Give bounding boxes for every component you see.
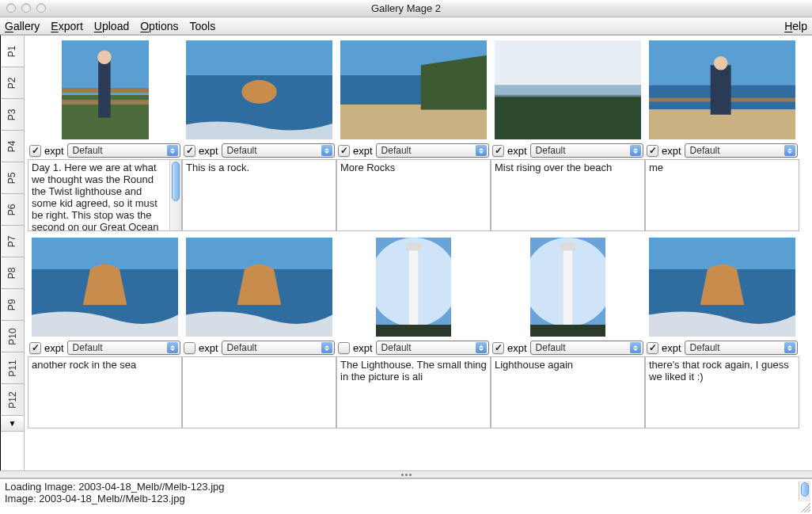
- preset-select[interactable]: Default: [222, 341, 335, 355]
- page-tab-p12[interactable]: P12: [1, 384, 24, 416]
- close-window-button[interactable]: [6, 3, 16, 13]
- export-checkbox[interactable]: [647, 342, 658, 354]
- page-tab-label: P8: [7, 267, 18, 279]
- scrollbar-thumb[interactable]: [172, 162, 180, 201]
- menu-upload[interactable]: Upload: [94, 20, 129, 32]
- minimize-window-button[interactable]: [21, 3, 31, 13]
- thumbnail-cell: exptDefaultDay 1. Here we are at what we…: [28, 39, 182, 231]
- caption-textarea[interactable]: Mist rising over the beach: [491, 159, 645, 231]
- page-tab-p1[interactable]: P1: [1, 36, 24, 67]
- export-label: expt: [507, 145, 527, 157]
- menu-gallery[interactable]: Gallery: [5, 20, 40, 32]
- page-tab-p11[interactable]: P11: [1, 352, 24, 384]
- page-tab-p7[interactable]: P7: [1, 226, 24, 257]
- menu-export[interactable]: Export: [51, 20, 82, 32]
- thumbnail-cell: exptDefaultThe Lighthouse. The small thi…: [336, 236, 491, 428]
- export-checkbox[interactable]: [338, 342, 350, 354]
- thumbnail-image[interactable]: [491, 39, 645, 141]
- preset-select[interactable]: Default: [67, 341, 180, 355]
- thumbnail-image[interactable]: [336, 39, 491, 141]
- page-tab-p2[interactable]: P2: [1, 67, 24, 99]
- page-tab-p5[interactable]: P5: [1, 162, 24, 194]
- thumbnail-image[interactable]: [491, 236, 645, 338]
- thumbnail-controls: exptDefault: [645, 141, 799, 159]
- caption-textarea[interactable]: another rock in the sea: [28, 356, 182, 428]
- zoom-window-button[interactable]: [36, 3, 46, 13]
- page-tab-p8[interactable]: P8: [1, 257, 24, 289]
- preset-select[interactable]: Default: [530, 341, 643, 355]
- sidebar-expand-icon[interactable]: ▼: [1, 416, 24, 432]
- export-label: expt: [44, 342, 64, 354]
- caption-textarea[interactable]: This is a rock.: [182, 159, 336, 231]
- export-checkbox[interactable]: [184, 145, 195, 157]
- page-tab-p3[interactable]: P3: [1, 99, 24, 131]
- export-checkbox[interactable]: [492, 145, 504, 157]
- split-handle[interactable]: [0, 470, 812, 478]
- page-tab-p9[interactable]: P9: [1, 289, 24, 321]
- export-checkbox[interactable]: [492, 342, 504, 354]
- caption-textarea[interactable]: More Rocks: [336, 159, 491, 231]
- page-tab-label: P7: [7, 235, 18, 247]
- thumbnail-grid[interactable]: exptDefaultDay 1. Here we are at what we…: [25, 35, 812, 470]
- chevron-updown-icon: [784, 145, 795, 156]
- page-tab-p10[interactable]: P10: [1, 321, 24, 352]
- svg-rect-11: [340, 105, 487, 139]
- export-checkbox[interactable]: [184, 342, 195, 354]
- svg-rect-19: [711, 65, 731, 115]
- menu-options[interactable]: Options: [140, 20, 178, 32]
- export-label: expt: [353, 342, 373, 354]
- export-checkbox[interactable]: [647, 145, 658, 157]
- export-label: expt: [353, 145, 373, 157]
- export-checkbox[interactable]: [29, 342, 41, 354]
- caption-textarea[interactable]: Lighthouse again: [491, 356, 645, 428]
- caption-textarea[interactable]: Day 1. Here we are at what we thought wa…: [28, 159, 182, 231]
- thumbnail-cell: exptDefaultThis is a rock.: [182, 39, 336, 231]
- caption-textarea[interactable]: The Lighthouse. The small thing in the p…: [336, 356, 491, 428]
- thumbnail-image[interactable]: [182, 236, 336, 338]
- thumbnail-image[interactable]: [28, 236, 182, 338]
- svg-rect-29: [376, 325, 451, 337]
- menu-tools[interactable]: Tools: [189, 20, 215, 32]
- status-scrollbar[interactable]: [799, 481, 810, 501]
- svg-point-20: [714, 56, 728, 70]
- chevron-updown-icon: [167, 342, 178, 353]
- preset-select[interactable]: Default: [376, 341, 489, 355]
- preset-select[interactable]: Default: [530, 143, 643, 158]
- svg-rect-28: [406, 242, 421, 250]
- caption-textarea[interactable]: [182, 356, 336, 428]
- status-line: Image: 2003-04-18_Melb//Melb-123.jpg: [5, 493, 807, 504]
- page-tab-label: P5: [7, 172, 18, 184]
- caption-textarea[interactable]: there's that rock again, I guess we like…: [645, 356, 799, 428]
- preset-select[interactable]: Default: [222, 143, 335, 158]
- window-controls: [6, 3, 46, 13]
- thumbnail-image[interactable]: [28, 39, 182, 141]
- thumbnail-cell: exptDefault: [182, 236, 336, 428]
- resize-grip-icon[interactable]: [801, 503, 810, 512]
- caption-scrollbar[interactable]: [169, 160, 181, 230]
- export-label: expt: [662, 342, 681, 354]
- thumbnail-cell: exptDefaultMist rising over the beach: [491, 39, 645, 231]
- preset-select[interactable]: Default: [67, 143, 180, 158]
- menu-help[interactable]: Help: [784, 20, 807, 32]
- export-checkbox[interactable]: [29, 145, 41, 157]
- sidebar: P1P2P3P4P5P6P7P8P9P10P11P12▼: [0, 35, 25, 470]
- preset-select[interactable]: Default: [685, 341, 798, 355]
- thumbnail-controls: exptDefault: [491, 141, 645, 159]
- svg-point-8: [241, 80, 276, 104]
- page-tab-p6[interactable]: P6: [1, 194, 24, 226]
- thumbnail-controls: exptDefault: [182, 338, 336, 356]
- page-tab-label: P11: [6, 360, 17, 376]
- chevron-updown-icon: [167, 145, 178, 156]
- thumbnail-image[interactable]: [645, 236, 799, 338]
- page-tab-p4[interactable]: P4: [1, 131, 24, 162]
- preset-select[interactable]: Default: [685, 143, 798, 158]
- caption-textarea[interactable]: me: [645, 159, 799, 231]
- thumbnail-image[interactable]: [336, 236, 491, 338]
- thumbnail-image[interactable]: [645, 39, 799, 141]
- scrollbar-thumb[interactable]: [801, 482, 809, 497]
- thumbnail-image[interactable]: [182, 39, 336, 141]
- preset-select[interactable]: Default: [376, 143, 489, 158]
- page-tab-label: P12: [6, 391, 17, 408]
- menubar: Gallery Export Upload Options Tools Help: [0, 17, 812, 35]
- export-checkbox[interactable]: [338, 145, 350, 157]
